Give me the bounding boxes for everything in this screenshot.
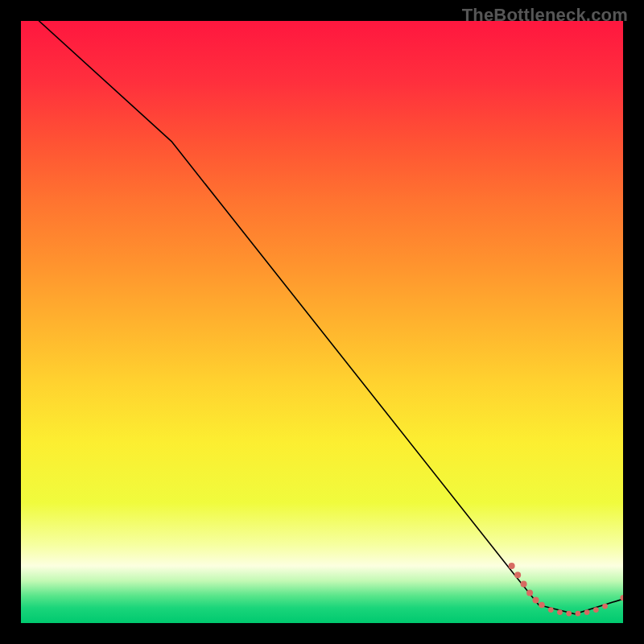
marker-dot <box>557 609 563 615</box>
marker-dot <box>509 563 515 569</box>
marker-dot <box>533 597 539 604</box>
marker-dot <box>548 607 554 613</box>
marker-dot <box>576 611 581 617</box>
marker-dot <box>539 602 545 609</box>
chart-container: TheBottleneck.com <box>0 0 644 644</box>
marker-dot <box>514 572 521 578</box>
marker-dot <box>521 580 527 587</box>
gradient-background <box>21 21 623 623</box>
marker-dot <box>566 611 572 617</box>
marker-dot <box>584 609 590 615</box>
marker-dot <box>602 604 608 609</box>
bottleneck-chart <box>21 21 623 623</box>
marker-dot <box>593 607 599 613</box>
marker-dot <box>526 590 533 597</box>
